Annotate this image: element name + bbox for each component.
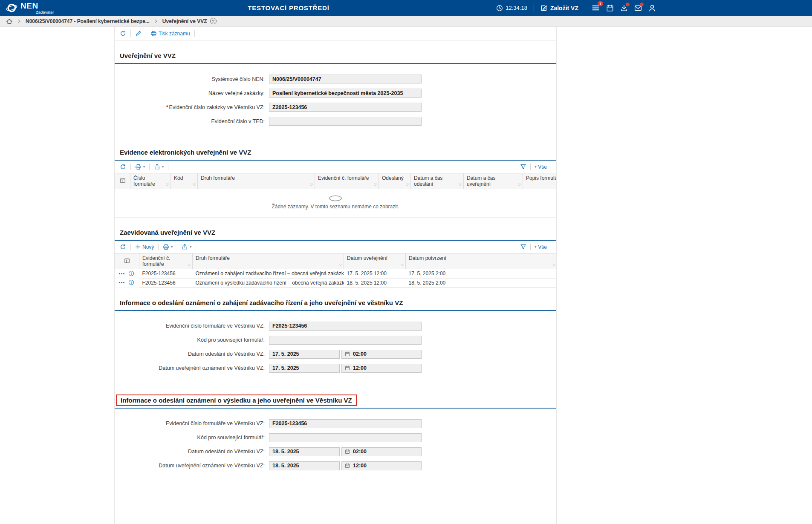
row-menu-icon[interactable] [118, 281, 125, 284]
divider [168, 164, 168, 170]
empty-state-text: Žádné záznamy. V tomto seznamu nemáme co… [115, 204, 556, 210]
divider [130, 164, 131, 170]
field-label: Kód pro související formulář: [115, 337, 269, 343]
column-header[interactable]: Popis formuláře▽ [523, 173, 557, 189]
caret-down-icon: ▾ [535, 165, 536, 169]
filter-caret-icon[interactable]: ▽ [339, 263, 342, 267]
refresh-button[interactable] [120, 30, 126, 37]
zaevidovana-grid-toolbar: Nový ▾ ▾ ▾ Vše [115, 241, 556, 253]
breadcrumb-item-vz[interactable]: N006/25/V00004747 - Posílení kybernetick… [26, 18, 150, 24]
export-button[interactable]: ▾ [154, 164, 164, 170]
filter-button[interactable] [520, 164, 526, 170]
form-number-field[interactable]: F2025-123456 [269, 322, 422, 331]
downloads-button[interactable] [620, 4, 628, 12]
environment-title: TESTOVACÍ PROSTŘEDÍ [248, 4, 329, 12]
field-value: 02:00 [353, 351, 367, 357]
column-header[interactable]: Datum uveřejnění▽ [344, 253, 406, 269]
calendar-button[interactable] [606, 4, 614, 12]
column-header[interactable]: Datum potvrzení▽ [406, 253, 557, 269]
menu-button[interactable]: 1 [592, 4, 600, 12]
date-published-field[interactable]: 18. 5. 2025 [269, 461, 340, 470]
system-number-field[interactable]: N006/25/V00004747 [269, 75, 422, 83]
section-title: Zaevidovaná uveřejnění ve VVZ [115, 227, 556, 241]
edit-record-button[interactable] [135, 30, 142, 37]
detail-form: Systémové číslo NEN: N006/25/V00004747 N… [115, 64, 556, 138]
time-published-field[interactable]: 12:00 [341, 461, 422, 470]
form-number-field[interactable]: F2025-123456 [269, 419, 422, 428]
date-sent-field[interactable]: 18. 5. 2025 [269, 447, 340, 456]
filter-caret-icon[interactable]: ▽ [459, 183, 462, 187]
edit-square-icon [540, 5, 547, 12]
record-toolbar: Tisk záznamu [115, 27, 556, 41]
divider [534, 4, 534, 12]
column-header[interactable]: Datum a čas uveřejnění▽ [464, 173, 523, 189]
info-icon[interactable] [128, 271, 134, 276]
filter-button[interactable] [520, 244, 526, 250]
column-header[interactable]: Číslo formuláře▽ [130, 173, 171, 189]
column-settings-header[interactable] [115, 173, 130, 189]
column-header[interactable]: Evidenční č. formuláře▽ [315, 173, 379, 189]
export-button[interactable]: ▾ [182, 244, 191, 250]
main-content: Tisk záznamu Uveřejnění ve VVZ Systémové… [114, 27, 557, 524]
related-form-code-field[interactable] [269, 433, 422, 442]
related-form-code-field[interactable] [269, 336, 422, 345]
ted-number-field[interactable] [269, 117, 422, 126]
messages-button[interactable] [634, 4, 642, 12]
filter-caret-icon[interactable]: ▽ [401, 263, 404, 267]
filter-caret-icon[interactable]: ▽ [310, 183, 313, 187]
column-header[interactable]: Kód▽ [171, 173, 198, 189]
filter-caret-icon[interactable]: ▽ [188, 263, 191, 267]
home-button[interactable] [6, 18, 13, 25]
print-button[interactable]: ▾ [135, 164, 145, 170]
time-sent-field[interactable]: 02:00 [341, 447, 422, 456]
calendar-small-icon[interactable] [345, 449, 350, 454]
print-record-button[interactable]: Tisk záznamu [150, 30, 190, 37]
user-button[interactable] [648, 4, 656, 12]
empty-icon [328, 195, 343, 202]
column-header[interactable]: Datum a čas odeslání▽ [411, 173, 464, 189]
time-published-field[interactable]: 12:00 [341, 364, 422, 373]
column-header[interactable]: Odeslaný▽ [379, 173, 411, 189]
calendar-small-icon[interactable] [345, 351, 350, 357]
filter-caret-icon[interactable]: ▽ [193, 183, 196, 187]
field-label: Datum uveřejnění oznámení ve Věstníku VZ… [115, 365, 269, 371]
field-label: Kód pro související formulář: [115, 435, 269, 441]
print-button[interactable]: ▾ [163, 244, 173, 250]
time-sent-field[interactable]: 02:00 [341, 350, 422, 359]
section-title: Informace o odeslání oznámení o výsledku… [115, 394, 556, 409]
row-menu-icon[interactable] [118, 272, 125, 275]
section-vysledek: Informace o odeslání oznámení o výsledku… [115, 394, 556, 482]
column-settings-header[interactable] [115, 253, 139, 269]
field-label: Datum odeslání do Věstníku VZ: [115, 449, 269, 455]
calendar-small-icon[interactable] [345, 463, 350, 468]
field-label: Datum odeslání do Věstníku VZ: [115, 351, 269, 357]
table-row[interactable]: F2025-123456 Oznámení o výsledku zadávac… [115, 278, 557, 287]
vvz-number-field[interactable]: Z2025-123456 [269, 103, 422, 112]
contract-name-field[interactable]: Posílení kybernetické bezpečnosti města … [269, 89, 422, 98]
view-all-button[interactable]: ▾ Vše [535, 244, 547, 250]
view-all-button[interactable]: ▾ Vše [535, 164, 547, 170]
pencil-icon [135, 30, 142, 37]
create-vz-button[interactable]: Založit VZ [540, 5, 578, 12]
column-header[interactable]: Evidenční č. formuláře▽ [139, 253, 193, 269]
table-row[interactable]: F2025-123456 Oznámení o zahájení zadávac… [115, 269, 557, 279]
filter-caret-icon[interactable]: ▽ [553, 263, 555, 267]
date-sent-field[interactable]: 17. 5. 2025 [269, 350, 340, 359]
column-header[interactable]: Druh formuláře▽ [198, 173, 315, 189]
filter-caret-icon[interactable]: ▽ [518, 183, 521, 187]
filter-caret-icon[interactable]: ▽ [374, 183, 377, 187]
filter-caret-icon[interactable]: ▽ [406, 183, 409, 187]
breadcrumb-item-current[interactable]: Uveřejnění ve VVZ [162, 18, 217, 24]
divider [551, 164, 551, 170]
filter-caret-icon[interactable]: ▽ [166, 183, 169, 187]
field-label: Název veřejné zakázky: [115, 90, 269, 96]
close-tab-icon[interactable] [210, 18, 217, 24]
info-icon[interactable] [128, 279, 134, 285]
refresh-button[interactable] [120, 244, 126, 250]
refresh-button[interactable] [120, 164, 126, 170]
nen-logo[interactable]: NEN Zadavatel [6, 2, 54, 14]
new-record-button[interactable]: Nový [135, 244, 154, 250]
column-header[interactable]: Druh formuláře▽ [193, 253, 344, 269]
date-published-field[interactable]: 17. 5. 2025 [269, 364, 340, 373]
calendar-small-icon[interactable] [345, 366, 350, 371]
